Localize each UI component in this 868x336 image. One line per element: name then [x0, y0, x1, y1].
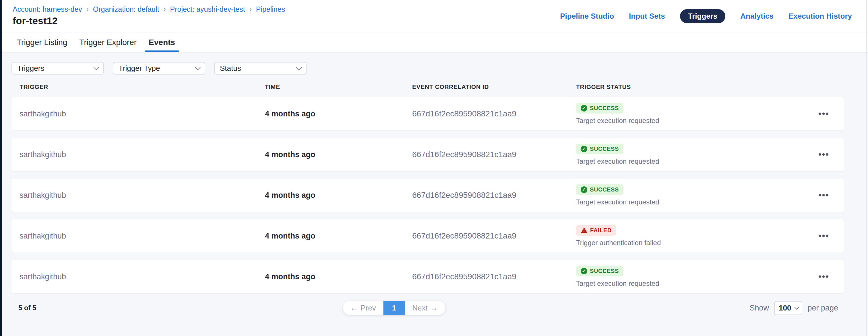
triggers-filter-dropdown[interactable]: Triggers — [11, 62, 104, 74]
chevron-down-icon — [94, 65, 99, 70]
status-badge: FAILED — [576, 225, 616, 236]
event-time: 4 months ago — [265, 191, 412, 200]
app-root: Account: harness-dev › Organization: def… — [0, 0, 868, 336]
pagination: ← Prev 1 Next → — [343, 301, 445, 315]
status-badge: SUCCESS — [576, 184, 623, 195]
row-options-menu-button[interactable]: ••• — [818, 232, 829, 240]
page-number-button[interactable]: 1 — [383, 301, 405, 315]
status-badge-icon — [581, 227, 588, 233]
table-row: sarthakgithub 4 months ago 667d16f2ec895… — [11, 138, 844, 171]
trigger-name: sarthakgithub — [20, 191, 265, 200]
breadcrumb-project-link[interactable]: Project: ayushi-dev-test — [170, 5, 245, 14]
column-header-trigger: TRIGGER — [20, 83, 265, 90]
collapsed-sidenav-rail[interactable] — [0, 0, 2, 336]
tab-events[interactable]: Events — [148, 32, 176, 52]
status-badge-label: FAILED — [590, 227, 612, 234]
trigger-name: sarthakgithub — [20, 109, 265, 119]
page-size-value: 100 — [779, 304, 791, 312]
table-row: sarthakgithub 4 months ago 667d16f2ec895… — [11, 219, 844, 253]
nav-analytics[interactable]: Analytics — [740, 12, 774, 21]
event-correlation-id: 667d16f2ec895908821c1aa9 — [412, 150, 576, 159]
breadcrumb-separator-icon: › — [249, 5, 252, 14]
prev-page-button[interactable]: ← Prev — [343, 301, 383, 315]
trigger-type-filter-dropdown[interactable]: Trigger Type — [113, 62, 205, 74]
status-badge-icon — [581, 186, 587, 193]
triggers-filter-label: Triggers — [17, 64, 44, 73]
status-badge-icon — [581, 146, 587, 152]
scrollbar-track[interactable] — [866, 0, 867, 336]
event-correlation-id: 667d16f2ec895908821c1aa9 — [412, 231, 576, 240]
trigger-name: sarthakgithub — [20, 150, 265, 159]
column-header-trigger-status: TRIGGER STATUS — [576, 83, 804, 90]
arrow-left-icon: ← — [350, 304, 358, 312]
status-badge-label: SUCCESS — [590, 186, 619, 193]
table-header-row: TRIGGER TIME EVENT CORRELATION ID TRIGGE… — [11, 83, 844, 90]
nav-execution-history[interactable]: Execution History — [788, 12, 852, 21]
trigger-name: sarthakgithub — [20, 272, 265, 281]
column-header-event-correlation-id: EVENT CORRELATION ID — [412, 83, 576, 90]
table-footer: 5 of 5 ← Prev 1 Next → Show 100 per pa — [11, 301, 844, 315]
status-badge: SUCCESS — [576, 103, 623, 113]
nav-pipeline-studio[interactable]: Pipeline Studio — [560, 12, 614, 21]
status-message: Target execution requested — [576, 198, 804, 206]
page-header: Account: harness-dev › Organization: def… — [0, 0, 868, 32]
event-correlation-id: 667d16f2ec895908821c1aa9 — [412, 272, 576, 281]
status-badge-label: SUCCESS — [590, 146, 619, 152]
row-options-menu-button[interactable]: ••• — [818, 109, 829, 118]
tab-trigger-explorer[interactable]: Trigger Explorer — [79, 32, 137, 52]
page-size-dropdown[interactable]: 100 — [774, 301, 802, 315]
status-filter-dropdown[interactable]: Status — [214, 62, 307, 74]
event-correlation-id: 667d16f2ec895908821c1aa9 — [412, 191, 576, 200]
prev-page-label: Prev — [361, 304, 376, 312]
status-badge-label: SUCCESS — [590, 268, 619, 274]
items-count: 5 of 5 — [19, 301, 36, 315]
status-message: Trigger authentication failed — [576, 239, 804, 247]
status-message: Target execution requested — [576, 117, 804, 125]
chevron-down-icon — [195, 65, 200, 70]
status-badge-icon — [581, 268, 587, 274]
events-table-body: sarthakgithub 4 months ago 667d16f2ec895… — [11, 97, 844, 293]
tab-trigger-listing[interactable]: Trigger Listing — [16, 32, 68, 52]
chevron-down-icon — [795, 305, 799, 310]
breadcrumb-separator-icon: › — [164, 5, 166, 14]
row-options-menu-button[interactable]: ••• — [818, 150, 829, 159]
event-time: 4 months ago — [265, 109, 412, 119]
pipeline-nav: Pipeline Studio Input Sets Triggers Anal… — [560, 0, 852, 32]
event-time: 4 months ago — [265, 272, 412, 281]
per-page-label: per page — [807, 304, 838, 312]
status-badge: SUCCESS — [576, 266, 623, 276]
event-correlation-id: 667d16f2ec895908821c1aa9 — [412, 109, 576, 119]
trigger-status-cell: SUCCESS Target execution requested — [576, 103, 804, 125]
event-time: 4 months ago — [265, 150, 412, 159]
breadcrumb-account-link[interactable]: Account: harness-dev — [12, 5, 82, 14]
page-size-control: Show 100 per page — [749, 301, 838, 315]
breadcrumb-separator-icon: › — [86, 5, 89, 14]
status-message: Target execution requested — [576, 157, 804, 165]
status-badge-icon — [581, 105, 587, 111]
trigger-status-cell: SUCCESS Target execution requested — [576, 266, 804, 288]
row-options-menu-button[interactable]: ••• — [818, 272, 829, 281]
event-time: 4 months ago — [265, 232, 412, 240]
table-row: sarthakgithub 4 months ago 667d16f2ec895… — [11, 260, 844, 293]
events-content: Triggers Trigger Type Status TRIGGER TIM… — [0, 53, 868, 336]
row-options-menu-button[interactable]: ••• — [818, 191, 829, 200]
status-message: Target execution requested — [576, 279, 804, 288]
trigger-type-filter-label: Trigger Type — [119, 64, 160, 73]
column-header-time: TIME — [265, 83, 412, 90]
tab-bar: Trigger Listing Trigger Explorer Events — [0, 32, 868, 53]
show-label: Show — [749, 304, 769, 312]
breadcrumb-organization-link[interactable]: Organization: default — [93, 5, 159, 14]
table-row: sarthakgithub 4 months ago 667d16f2ec895… — [11, 179, 844, 212]
arrow-right-icon: → — [431, 304, 438, 312]
next-page-button[interactable]: Next → — [405, 301, 445, 315]
nav-input-sets[interactable]: Input Sets — [629, 12, 665, 21]
status-filter-label: Status — [220, 64, 241, 73]
status-badge: SUCCESS — [576, 144, 623, 154]
status-badge-label: SUCCESS — [590, 105, 619, 111]
nav-triggers[interactable]: Triggers — [680, 9, 725, 23]
filters-row: Triggers Trigger Type Status — [11, 62, 844, 74]
table-row: sarthakgithub 4 months ago 667d16f2ec895… — [11, 97, 844, 130]
chevron-down-icon — [296, 65, 302, 70]
trigger-status-cell: SUCCESS Target execution requested — [576, 184, 804, 206]
breadcrumb-pipelines-link[interactable]: Pipelines — [256, 5, 285, 14]
